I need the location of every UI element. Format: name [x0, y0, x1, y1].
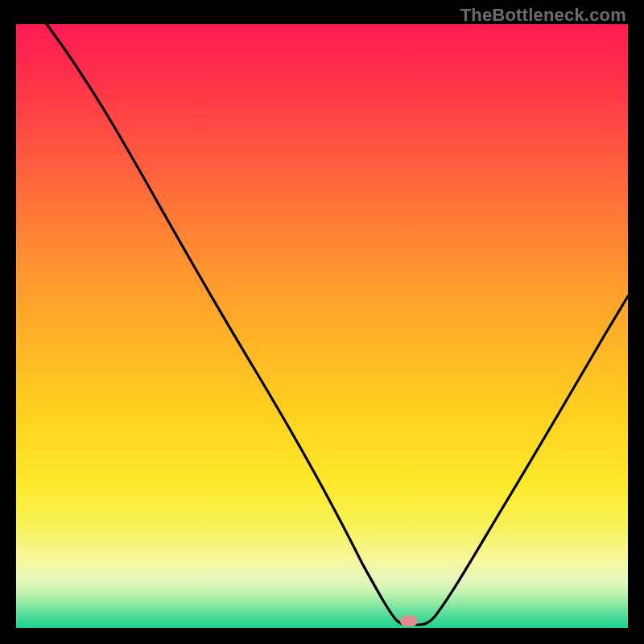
- plot-area: [16, 24, 628, 628]
- optimal-marker: [400, 616, 418, 626]
- bottleneck-curve: [16, 24, 628, 628]
- curve-path: [47, 24, 628, 625]
- chart-container: TheBottleneck.com: [0, 0, 644, 644]
- watermark-text: TheBottleneck.com: [460, 5, 626, 26]
